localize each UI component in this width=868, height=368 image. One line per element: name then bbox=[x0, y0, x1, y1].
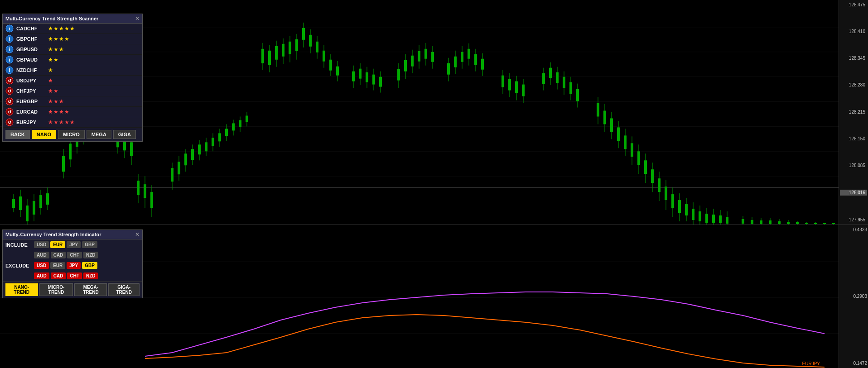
svg-rect-108 bbox=[397, 69, 400, 81]
exclude-aud-btn[interactable]: AUD bbox=[34, 272, 49, 279]
svg-rect-110 bbox=[404, 60, 407, 72]
svg-rect-78 bbox=[275, 46, 278, 60]
scanner-row-gbpusd[interactable]: i GBPUSD ★★★ bbox=[3, 44, 142, 55]
exclude-eur-btn[interactable]: EUR bbox=[50, 262, 65, 269]
exclude-gbp-btn[interactable]: GBP bbox=[82, 262, 97, 269]
price-label-current: 128.016 bbox=[840, 190, 867, 196]
svg-rect-64 bbox=[218, 133, 221, 141]
stars-gbpaud: ★★ bbox=[48, 57, 59, 63]
exclude-chf-btn[interactable]: CHF bbox=[67, 272, 82, 279]
indicator-close-button[interactable]: ✕ bbox=[135, 231, 140, 238]
exclude-jpy-btn[interactable]: JPY bbox=[67, 262, 81, 269]
include-cad-btn[interactable]: CAD bbox=[51, 252, 66, 258]
svg-rect-16 bbox=[33, 201, 35, 215]
svg-rect-132 bbox=[502, 76, 504, 87]
svg-rect-144 bbox=[556, 72, 559, 83]
svg-rect-58 bbox=[198, 144, 201, 154]
mega-trend-btn[interactable]: MEGA-TREND bbox=[74, 283, 107, 296]
exclude-usd-btn[interactable]: USD bbox=[34, 262, 49, 269]
scanner-row-eurcad[interactable]: ↺ EURCAD ★★★★ bbox=[3, 107, 142, 117]
pair-eurcad: EURCAD bbox=[16, 109, 48, 115]
include-nzd-btn[interactable]: NZD bbox=[83, 252, 98, 258]
exclude-cad-btn[interactable]: CAD bbox=[51, 272, 66, 279]
giga-trend-btn[interactable]: GIGA-TREND bbox=[108, 283, 140, 296]
price-label-6: 128.150 bbox=[840, 136, 867, 141]
scanner-buttons: BACK NANO MICRO MEGA GIGA bbox=[3, 128, 142, 141]
main-container: EURJPY,M5 128.013 128.028 128.011 128.01… bbox=[0, 0, 868, 368]
scanner-row-eurjpy[interactable]: ↺ EURJPY ★★★★★ bbox=[3, 117, 142, 128]
scanner-icon-usdjpy: ↺ bbox=[5, 76, 14, 85]
svg-rect-142 bbox=[549, 68, 552, 78]
scanner-micro-button[interactable]: MICRO bbox=[58, 130, 85, 139]
svg-rect-158 bbox=[617, 127, 620, 141]
svg-rect-48 bbox=[150, 192, 153, 208]
svg-rect-172 bbox=[665, 186, 667, 200]
svg-rect-98 bbox=[352, 72, 355, 81]
scanner-close-button[interactable]: ✕ bbox=[135, 15, 140, 22]
svg-rect-88 bbox=[309, 35, 312, 47]
svg-rect-210 bbox=[823, 223, 826, 224]
svg-rect-178 bbox=[685, 204, 688, 215]
pair-chfjpy: CHFJPY bbox=[16, 88, 48, 94]
svg-rect-86 bbox=[302, 28, 305, 40]
scanner-icon-nzdchf: i bbox=[5, 66, 14, 74]
scanner-row-usdjpy[interactable]: ↺ USDJPY ★ bbox=[3, 76, 142, 86]
svg-rect-148 bbox=[569, 82, 572, 94]
svg-text:i: i bbox=[9, 26, 10, 31]
svg-rect-136 bbox=[515, 81, 518, 93]
scanner-row-gbpaud[interactable]: i GBPAUD ★★ bbox=[3, 55, 142, 65]
svg-rect-200 bbox=[778, 221, 781, 224]
svg-rect-190 bbox=[726, 217, 728, 224]
micro-trend-btn[interactable]: MICRO-TREND bbox=[39, 283, 73, 296]
exclude-row-2: AUD CAD CHF NZD bbox=[3, 271, 142, 281]
nano-trend-btn[interactable]: NANO-TREND bbox=[5, 283, 38, 296]
exclude-nzd-btn[interactable]: NZD bbox=[83, 272, 98, 279]
scanner-row-gbpchf[interactable]: i GBPCHF ★★★★ bbox=[3, 34, 142, 44]
trend-buttons: NANO-TREND MICRO-TREND MEGA-TREND GIGA-T… bbox=[3, 281, 142, 298]
price-label-4: 128.280 bbox=[840, 82, 867, 87]
scanner-icon-gbpusd: i bbox=[5, 45, 14, 53]
svg-rect-54 bbox=[184, 153, 187, 165]
svg-rect-50 bbox=[171, 168, 174, 182]
scanner-mega-button[interactable]: MEGA bbox=[87, 130, 111, 139]
scanner-nano-button[interactable]: NANO bbox=[32, 130, 56, 139]
stars-cadchf: ★★★★★ bbox=[48, 25, 75, 32]
include-aud-btn[interactable]: AUD bbox=[34, 252, 49, 258]
scanner-back-button[interactable]: BACK bbox=[5, 130, 30, 139]
scanner-row-eurgbp[interactable]: ↺ EURGBP ★★★ bbox=[3, 96, 142, 107]
scanner-icon-cadchf: i bbox=[5, 24, 14, 33]
svg-rect-12 bbox=[19, 196, 22, 210]
svg-rect-188 bbox=[719, 215, 722, 223]
scanner-row-cadchf[interactable]: i CADCHF ★★★★★ bbox=[3, 24, 142, 34]
include-jpy-btn[interactable]: JPY bbox=[67, 241, 81, 248]
scanner-icon-eurjpy: ↺ bbox=[5, 118, 14, 126]
svg-rect-208 bbox=[814, 223, 817, 224]
include-gbp-btn[interactable]: GBP bbox=[82, 241, 97, 248]
svg-rect-84 bbox=[295, 39, 298, 51]
scanner-icon-eurgbp: ↺ bbox=[5, 97, 14, 105]
stars-eurgbp: ★★★ bbox=[48, 98, 64, 105]
svg-text:↺: ↺ bbox=[8, 120, 12, 125]
svg-rect-72 bbox=[246, 115, 248, 122]
svg-rect-42 bbox=[130, 142, 133, 156]
scanner-icon-chfjpy: ↺ bbox=[5, 87, 14, 95]
include-eur-btn[interactable]: EUR bbox=[50, 241, 65, 248]
svg-text:↺: ↺ bbox=[8, 110, 12, 115]
include-usd-btn[interactable]: USD bbox=[34, 241, 49, 248]
svg-rect-184 bbox=[705, 214, 708, 223]
exclude-row-1: EXCLUDE USD EUR JPY GBP bbox=[3, 260, 142, 271]
scanner-row-chfjpy[interactable]: ↺ CHFJPY ★★ bbox=[3, 86, 142, 96]
svg-rect-138 bbox=[522, 85, 525, 96]
svg-rect-128 bbox=[474, 54, 477, 65]
stars-chfjpy: ★★ bbox=[48, 88, 59, 94]
scanner-row-nzdchf[interactable]: i NZDCHF ★ bbox=[3, 65, 142, 76]
svg-rect-202 bbox=[787, 222, 790, 224]
scanner-giga-button[interactable]: GIGA bbox=[113, 130, 136, 139]
price-label-9: 127.955 bbox=[840, 217, 867, 222]
include-chf-btn[interactable]: CHF bbox=[67, 252, 82, 258]
svg-text:↺: ↺ bbox=[8, 99, 12, 104]
svg-rect-100 bbox=[359, 69, 362, 79]
svg-rect-166 bbox=[644, 160, 647, 174]
svg-rect-170 bbox=[658, 178, 661, 192]
svg-text:↺: ↺ bbox=[8, 78, 12, 83]
